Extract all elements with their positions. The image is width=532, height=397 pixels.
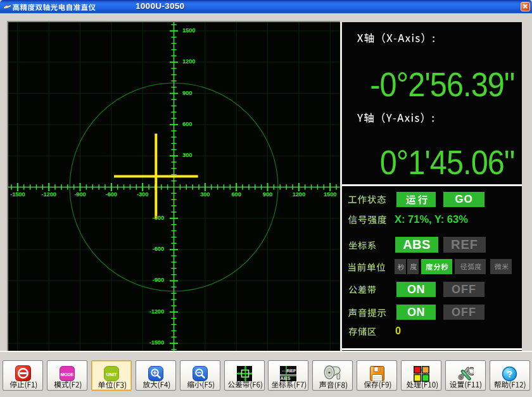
svg-text:UNIT: UNIT [106,372,117,377]
svg-text:?: ? [507,369,512,379]
svg-text:MODE: MODE [61,372,74,377]
svg-text:REF: REF [287,368,296,374]
